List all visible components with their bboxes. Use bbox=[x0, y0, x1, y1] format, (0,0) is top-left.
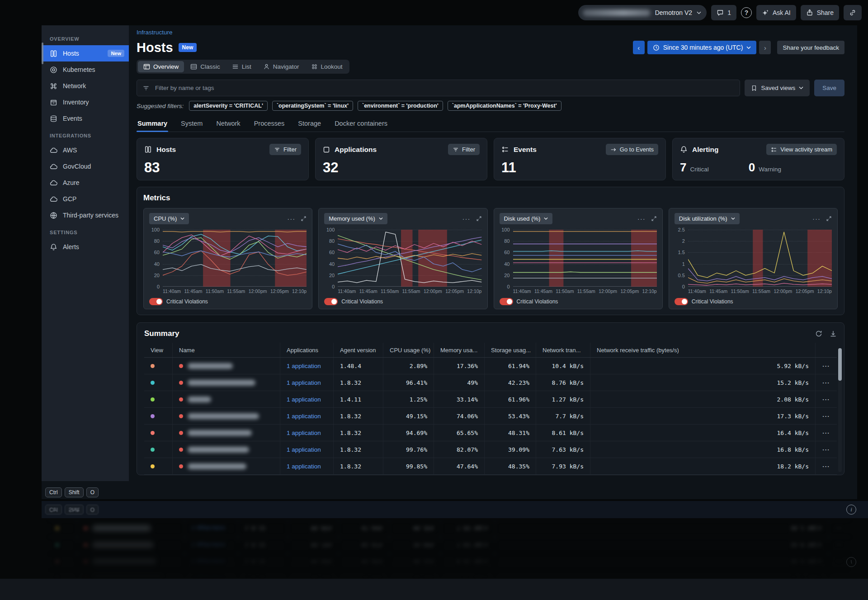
chart-expand-button[interactable] bbox=[651, 216, 657, 222]
save-button[interactable]: Save bbox=[814, 80, 844, 96]
share-button[interactable]: Share bbox=[801, 5, 839, 20]
table-row[interactable]: 1 application1.8.3296.41%49%42.23%8.76 k… bbox=[144, 374, 837, 391]
table-row[interactable]: 1 application1.48.42.89%17.36%61.94%10.4… bbox=[144, 358, 837, 374]
chart-options-button[interactable]: ··· bbox=[287, 217, 295, 221]
table-row[interactable]: 1 application1.8.3299.85%47.64%48.35%7.9… bbox=[144, 458, 837, 475]
view-tab-navigator[interactable]: Navigator bbox=[258, 61, 305, 72]
chart-expand-button[interactable] bbox=[476, 216, 482, 222]
table-row[interactable]: 1 application1.8.3299.76%82.07%39.09%7.6… bbox=[144, 441, 837, 458]
agent-version-cell: 1.8.32 bbox=[333, 458, 383, 474]
metric-selector[interactable]: Memory used (%) bbox=[324, 213, 387, 224]
view-tab-overview[interactable]: Overview bbox=[138, 61, 184, 72]
time-back-button[interactable]: ‹ bbox=[633, 41, 645, 54]
hosts-filter-button[interactable]: Filter bbox=[269, 144, 301, 155]
tab-docker-containers[interactable]: Docker containers bbox=[334, 117, 388, 132]
refresh-button[interactable] bbox=[815, 330, 822, 337]
alert-status-dot bbox=[179, 364, 183, 368]
suggested-filter-chip[interactable]: alertSeverity = 'CRITICAL' bbox=[189, 101, 268, 111]
suggested-filter-chip[interactable]: `apmApplicationNames` = 'Proxy-West' bbox=[448, 101, 561, 111]
application-link[interactable]: 1 application bbox=[287, 463, 321, 470]
applications-filter-button[interactable]: Filter bbox=[448, 144, 480, 155]
view-activity-stream-button[interactable]: View activity stream bbox=[766, 144, 837, 155]
sidebar-item-events[interactable]: Events bbox=[42, 110, 129, 127]
row-menu-button[interactable]: ··· bbox=[815, 358, 837, 374]
metric-selector[interactable]: Disk utilization (%) bbox=[675, 213, 740, 224]
filter-input[interactable] bbox=[155, 85, 734, 91]
view-tab-lookout[interactable]: Lookout bbox=[306, 61, 348, 72]
row-menu-button[interactable]: ··· bbox=[815, 391, 837, 407]
redacted-host-name bbox=[188, 463, 246, 469]
suggested-filter-chip[interactable]: `environment` = 'production' bbox=[358, 101, 443, 111]
sidebar-item-azure[interactable]: Azure bbox=[42, 175, 129, 191]
saved-views-button[interactable]: Saved views bbox=[745, 80, 810, 96]
application-link[interactable]: 1 application bbox=[287, 379, 321, 386]
network-transmit-cell: 7.63 kB/s bbox=[440, 537, 495, 553]
row-menu-button[interactable]: ··· bbox=[815, 425, 837, 441]
org-switcher[interactable]: Demotron V2 bbox=[578, 5, 707, 20]
time-range-selector[interactable]: Since 30 minutes ago (UTC) bbox=[647, 41, 757, 54]
memory-usage-cell: 65.65% bbox=[434, 425, 484, 441]
view-tab-list[interactable]: List bbox=[226, 61, 257, 72]
feedback-button[interactable]: Share your feedback bbox=[777, 41, 844, 54]
sidebar-item-govcloud[interactable]: GovCloud bbox=[42, 158, 129, 175]
sidebar-item-hosts[interactable]: HostsNew bbox=[42, 45, 129, 61]
critical-violations-toggle[interactable] bbox=[149, 298, 163, 305]
table-row[interactable]: 1 application1.4.111.25%33.14%61.96%1.27… bbox=[144, 391, 837, 408]
hosts-count: 83 bbox=[144, 160, 301, 176]
download-button[interactable] bbox=[830, 330, 837, 337]
row-menu-button[interactable]: ··· bbox=[815, 441, 837, 458]
info-button[interactable]: i bbox=[846, 505, 856, 515]
critical-violations-toggle[interactable] bbox=[324, 298, 338, 305]
view-tab-classic[interactable]: Classic bbox=[185, 61, 226, 72]
chart-options-button[interactable]: ··· bbox=[812, 217, 821, 221]
application-link[interactable]: 1 application bbox=[287, 446, 321, 453]
cpu-usage-cell: 49.15% bbox=[383, 408, 434, 424]
breadcrumb[interactable]: Infrastructure bbox=[137, 29, 173, 37]
suggested-filter-chip[interactable]: `operatingSystem` = 'linux' bbox=[272, 101, 353, 111]
row-menu-button[interactable]: ··· bbox=[815, 458, 837, 474]
tab-system[interactable]: System bbox=[180, 117, 203, 132]
x-tick-label: 12:10p bbox=[292, 288, 307, 294]
chart-expand-button[interactable] bbox=[826, 216, 832, 222]
tab-network[interactable]: Network bbox=[215, 117, 241, 132]
tab-storage[interactable]: Storage bbox=[297, 117, 322, 132]
view-cell bbox=[144, 458, 172, 474]
application-link[interactable]: 1 application bbox=[287, 413, 321, 420]
application-link[interactable]: 1 application bbox=[287, 430, 321, 436]
chart-options-button[interactable]: ··· bbox=[462, 217, 471, 221]
sidebar-item-aws[interactable]: AWS bbox=[42, 142, 129, 158]
table-row[interactable]: 1 application1.8.3249.15%74.06%53.43%7.7… bbox=[144, 408, 837, 425]
metric-selector[interactable]: Disk used (%) bbox=[500, 213, 553, 224]
application-link[interactable]: 1 application bbox=[287, 396, 321, 403]
sidebar-item-gcp[interactable]: GCP bbox=[42, 191, 129, 207]
sidebar-item-network[interactable]: Network bbox=[42, 78, 129, 94]
sidebar-item-third-party-services[interactable]: Third-party services bbox=[42, 207, 129, 223]
table-row[interactable]: 1 application1.8.3294.69%65.65%48.31%8.6… bbox=[144, 425, 837, 441]
go-to-events-button[interactable]: Go to Events bbox=[606, 144, 658, 155]
copy-link-button[interactable] bbox=[844, 5, 862, 20]
help-button[interactable]: ? bbox=[741, 7, 752, 18]
ask-ai-button[interactable]: Ask AI bbox=[756, 5, 796, 20]
tab-summary[interactable]: Summary bbox=[137, 117, 168, 132]
x-tick-label: 12:00pm bbox=[774, 288, 792, 294]
row-menu-button[interactable]: ··· bbox=[815, 408, 837, 424]
critical-violations-toggle[interactable] bbox=[675, 298, 688, 305]
sidebar-item-alerts[interactable]: Alerts bbox=[42, 239, 129, 255]
sidebar-item-kubernetes[interactable]: Kubernetes bbox=[42, 61, 129, 78]
chart-options-button[interactable]: ··· bbox=[637, 217, 646, 221]
metric-selector[interactable]: CPU (%) bbox=[149, 213, 189, 224]
table-scrollbar-thumb[interactable] bbox=[838, 348, 842, 381]
application-link[interactable]: 1 application bbox=[287, 363, 321, 369]
clock-icon bbox=[653, 44, 660, 51]
sidebar-item-inventory[interactable]: Inventory bbox=[42, 94, 129, 110]
time-forward-button[interactable]: › bbox=[759, 41, 771, 54]
notifications-button[interactable]: 1 bbox=[711, 5, 736, 20]
sidebar-scrollbar[interactable] bbox=[42, 43, 43, 64]
chart-expand-button[interactable] bbox=[301, 216, 307, 222]
x-tick-label: 12:00pm bbox=[249, 288, 267, 294]
row-menu-button[interactable]: ··· bbox=[815, 374, 837, 391]
tab-processes[interactable]: Processes bbox=[253, 117, 286, 132]
expand-icon bbox=[826, 216, 832, 222]
sidebar-item-label: Third-party services bbox=[63, 212, 124, 219]
critical-violations-toggle[interactable] bbox=[500, 298, 513, 305]
